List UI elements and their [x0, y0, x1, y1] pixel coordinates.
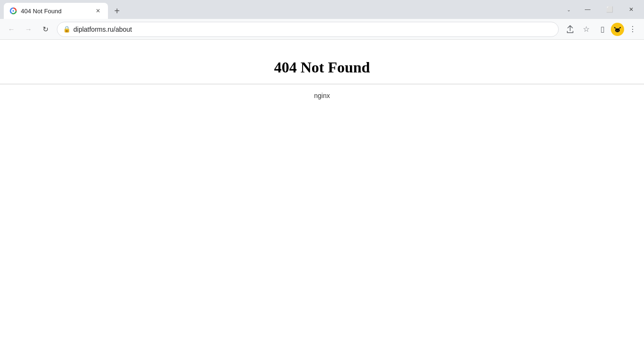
share-button[interactable]: [563, 22, 578, 37]
reload-button[interactable]: ↻: [38, 22, 53, 37]
address-bar[interactable]: 🔒 diplatforms.ru/about: [57, 22, 559, 37]
forward-button[interactable]: →: [21, 22, 36, 37]
close-button[interactable]: ✕: [620, 0, 642, 19]
error-container: 404 Not Found nginx: [0, 40, 644, 99]
profile-avatar[interactable]: [611, 23, 624, 36]
restore-button[interactable]: ⬜: [599, 0, 620, 19]
svg-point-4: [615, 28, 620, 32]
error-heading: 404 Not Found: [274, 59, 370, 76]
url-display: diplatforms.ru/about: [73, 26, 553, 33]
tab-favicon: [9, 7, 17, 15]
error-divider: [0, 84, 644, 84]
bookmark-button[interactable]: ☆: [579, 22, 594, 37]
browser-toolbar: ← → ↻ 🔒 diplatforms.ru/about ☆ ▯: [0, 19, 644, 40]
menu-button[interactable]: ⋮: [625, 22, 640, 37]
tab-close-button[interactable]: ✕: [94, 7, 102, 15]
browser-window: 404 Not Found ✕ + ⌄ — ⬜ ✕ ← → ↻ 🔒 diplat…: [0, 0, 644, 357]
back-button[interactable]: ←: [4, 22, 19, 37]
error-server-label: nginx: [314, 92, 330, 99]
toolbar-actions: ☆ ▯ ⋮: [563, 22, 640, 37]
svg-point-6: [618, 28, 619, 29]
tab-dropdown-button[interactable]: ⌄: [561, 0, 577, 19]
svg-point-7: [617, 30, 617, 31]
svg-point-8: [618, 30, 619, 31]
svg-point-2: [13, 10, 14, 12]
window-controls: ⌄ — ⬜ ✕: [561, 0, 644, 19]
active-tab[interactable]: 404 Not Found ✕: [4, 3, 108, 19]
split-view-button[interactable]: ▯: [595, 22, 610, 37]
minimize-button[interactable]: —: [577, 0, 599, 19]
page-content: 404 Not Found nginx: [0, 40, 644, 357]
new-tab-button[interactable]: +: [109, 3, 125, 19]
title-bar: 404 Not Found ✕ + ⌄ — ⬜ ✕: [0, 0, 644, 19]
lock-icon: 🔒: [63, 26, 71, 33]
tab-area: 404 Not Found ✕ +: [0, 0, 561, 19]
svg-point-5: [616, 28, 617, 29]
tab-title: 404 Not Found: [21, 8, 90, 15]
